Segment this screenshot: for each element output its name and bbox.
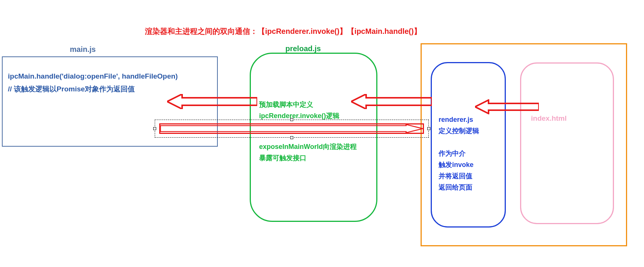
renderer-p2-l1: 作为中介 bbox=[439, 148, 498, 159]
arrow-left-icon bbox=[475, 99, 539, 114]
diagram-title: 渲染器和主进程之间的双向通信：【ipcRenderer.invoke()】【ip… bbox=[145, 26, 421, 36]
arrow-left-icon bbox=[351, 94, 432, 109]
main-label: main.js bbox=[70, 45, 96, 54]
preload-p2-l2: 暴露可触发接口 bbox=[259, 152, 370, 164]
resize-handle[interactable] bbox=[290, 136, 293, 139]
index-title: index.html bbox=[531, 114, 606, 123]
main-code-line2: // 该触发逻辑以Promise对象作为返回值 bbox=[8, 83, 212, 96]
renderer-title: renderer.js bbox=[439, 114, 498, 125]
svg-marker-2 bbox=[475, 100, 539, 114]
preload-label: preload.js bbox=[285, 44, 321, 53]
renderer-p2-l4: 返回给页面 bbox=[439, 182, 498, 193]
main-code-line1: ipcMain.handle('dialog:openFile', handle… bbox=[8, 70, 212, 83]
preload-p2-l1: exposeInMainWorld向渲染进程 bbox=[259, 141, 370, 152]
renderer-p2-l2: 触发invoke bbox=[439, 159, 498, 170]
index-box: index.html bbox=[520, 62, 614, 224]
svg-marker-3 bbox=[160, 124, 423, 133]
svg-marker-1 bbox=[351, 94, 432, 109]
resize-handle[interactable] bbox=[427, 127, 430, 130]
renderer-p2-l3: 并将返回值 bbox=[439, 170, 498, 182]
resize-handle[interactable] bbox=[153, 127, 156, 130]
svg-marker-0 bbox=[167, 94, 257, 109]
renderer-p1: 定义控制逻辑 bbox=[439, 125, 498, 137]
resize-handle[interactable] bbox=[290, 118, 293, 121]
arrow-right-selected-icon[interactable] bbox=[159, 123, 424, 134]
arrow-left-icon bbox=[167, 94, 257, 109]
renderer-box: renderer.js 定义控制逻辑 作为中介 触发invoke 并将返回值 返… bbox=[431, 62, 506, 228]
